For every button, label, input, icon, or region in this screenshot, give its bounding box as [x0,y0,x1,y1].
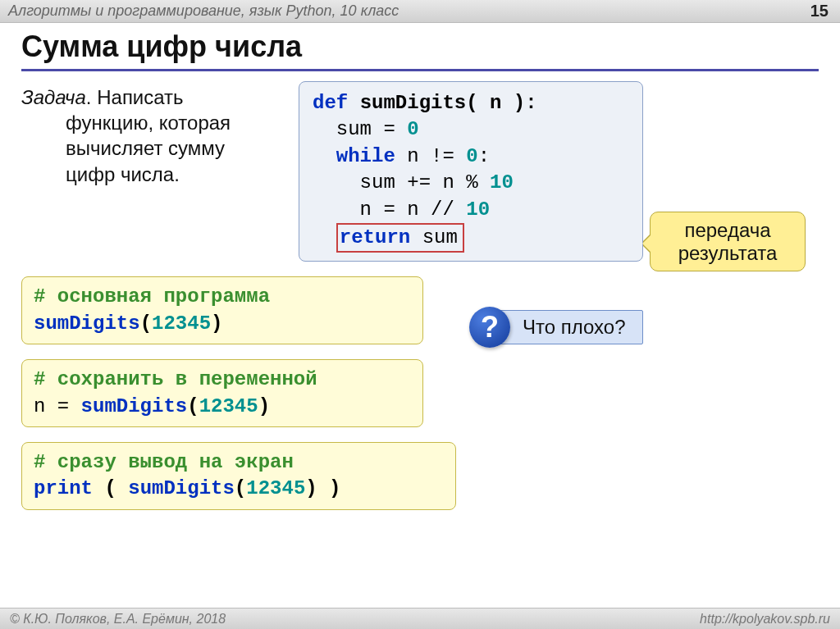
page-number: 15 [810,2,829,21]
callout-result: передача результата [650,212,806,271]
question-callout: ? Что плохо? [469,307,643,348]
question-icon: ? [469,307,510,348]
footer-url: http://kpolyakov.spb.ru [700,612,830,627]
code-definition: def sumDigits( n ): sum = 0 while n != 0… [299,81,643,262]
question-text: Что плохо? [499,310,643,344]
task-description: Задача. Написать функцию, которая вычисл… [21,81,284,187]
code-block-main: # основная программа sumDigits(12345) [21,276,423,344]
code-block-print: # сразу вывод на экран print ( sumDigits… [21,442,456,510]
copyright: © К.Ю. Поляков, Е.А. Ерёмин, 2018 [10,612,226,627]
code-block-variable: # сохранить в переменной n = sumDigits(1… [21,359,423,427]
slide-footer: © К.Ю. Поляков, Е.А. Ерёмин, 2018 http:/… [0,608,840,629]
return-highlight: return sum [336,223,464,253]
slide-header: Алгоритмы и программирование, язык Pytho… [0,0,840,23]
subject-text: Алгоритмы и программирование, язык Pytho… [8,2,399,20]
task-label: Задача [21,86,86,108]
slide-title: Сумма цифр числа [21,30,819,71]
